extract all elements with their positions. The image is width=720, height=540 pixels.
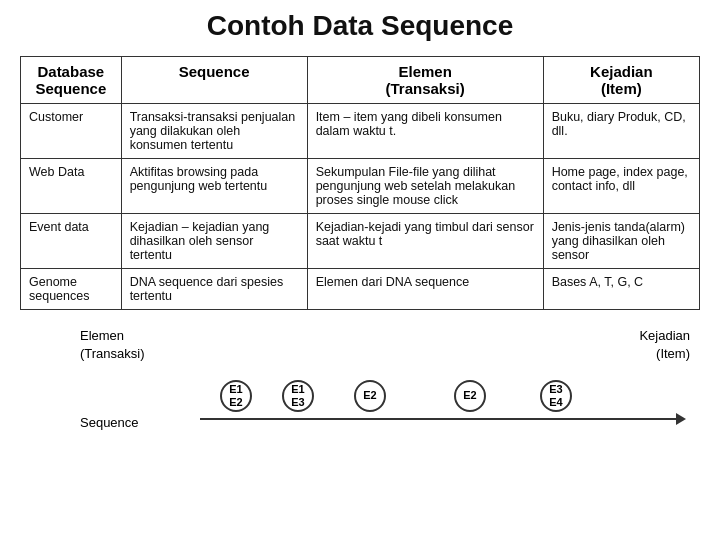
diagram-kejadian-label: Kejadian — [639, 328, 690, 343]
sequence-circle: E2 — [454, 380, 486, 412]
table-cell: Genome sequences — [21, 269, 122, 310]
table-cell: Transaksi-transaksi penjualan yang dilak… — [121, 104, 307, 159]
table-row: Event dataKejadian – kejadian yang dihas… — [21, 214, 700, 269]
table-cell: Aktifitas browsing pada pengunjung web t… — [121, 159, 307, 214]
table-cell: Web Data — [21, 159, 122, 214]
table-row: Genome sequencesDNA sequence dari spesie… — [21, 269, 700, 310]
diagram-transaksi-label: (Transaksi) — [80, 346, 145, 361]
table-cell: Buku, diary Produk, CD, dll. — [543, 104, 699, 159]
table-cell: Jenis-jenis tanda(alarm) yang dihasilkan… — [543, 214, 699, 269]
table-cell: Kejadian – kejadian yang dihasilkan oleh… — [121, 214, 307, 269]
sequence-circle: E1E2 — [220, 380, 252, 412]
table-row: Web DataAktifitas browsing pada pengunju… — [21, 159, 700, 214]
diagram-sequence-label: Sequence — [80, 415, 139, 430]
table-cell: Kejadian-kejadi yang timbul dari sensor … — [307, 214, 543, 269]
table-cell: Event data — [21, 214, 122, 269]
table-cell: Item – item yang dibeli konsumen dalam w… — [307, 104, 543, 159]
table-row: CustomerTransaksi-transaksi penjualan ya… — [21, 104, 700, 159]
table-cell: Sekumpulan File-file yang dilihat pengun… — [307, 159, 543, 214]
col-header-db: DatabaseSequence — [21, 57, 122, 104]
sequence-circle: E3E4 — [540, 380, 572, 412]
diagram-elemen-label: Elemen — [80, 328, 124, 343]
col-header-kejadian: Kejadian(Item) — [543, 57, 699, 104]
sequence-circle: E1E3 — [282, 380, 314, 412]
table-cell: Bases A, T, G, C — [543, 269, 699, 310]
timeline — [200, 418, 680, 420]
table-cell: Home page, index page, contact info, dll — [543, 159, 699, 214]
table-cell: Elemen dari DNA sequence — [307, 269, 543, 310]
data-sequence-table: DatabaseSequence Sequence Elemen(Transak… — [20, 56, 700, 310]
sequence-diagram: Elemen Kejadian (Transaksi) (Item) Seque… — [20, 328, 700, 448]
col-header-elemen: Elemen(Transaksi) — [307, 57, 543, 104]
table-cell: DNA sequence dari spesies tertentu — [121, 269, 307, 310]
page-title: Contoh Data Sequence — [20, 10, 700, 42]
sequence-circle: E2 — [354, 380, 386, 412]
table-cell: Customer — [21, 104, 122, 159]
col-header-seq: Sequence — [121, 57, 307, 104]
diagram-item-label: (Item) — [656, 346, 690, 361]
